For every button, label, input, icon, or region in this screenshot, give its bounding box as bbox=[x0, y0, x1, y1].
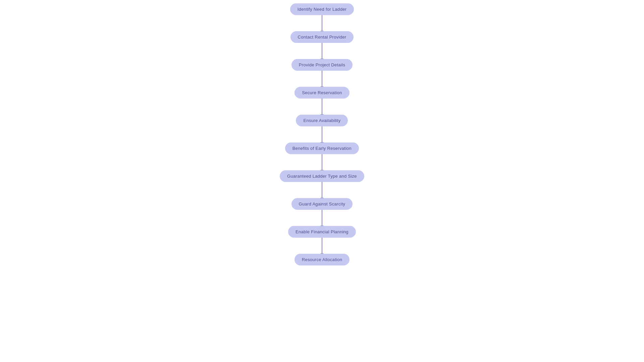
node-provide-project: Provide Project Details bbox=[291, 59, 353, 71]
connector-2 bbox=[322, 43, 322, 59]
connector-4 bbox=[322, 99, 322, 115]
node-benefits-early: Benefits of Early Reservation bbox=[285, 142, 359, 154]
connector-7 bbox=[322, 182, 322, 198]
diagram-container: Identify Need for Ladder Contact Rental … bbox=[0, 0, 644, 362]
node-ensure-availability: Ensure Availability bbox=[296, 115, 348, 126]
connector-3 bbox=[322, 71, 322, 87]
node-enable-financial: Enable Financial Planning bbox=[288, 226, 356, 238]
node-resource-allocation: Resource Allocation bbox=[294, 254, 350, 265]
flow-wrapper: Identify Need for Ladder Contact Rental … bbox=[280, 3, 364, 265]
connector-5 bbox=[322, 126, 322, 142]
node-guaranteed-ladder: Guaranteed Ladder Type and Size bbox=[280, 170, 364, 182]
connector-8 bbox=[322, 210, 322, 226]
node-secure-reservation: Secure Reservation bbox=[294, 87, 350, 99]
node-guard-scarcity: Guard Against Scarcity bbox=[291, 198, 353, 210]
connector-6 bbox=[322, 154, 322, 170]
connector-1 bbox=[322, 15, 322, 31]
node-contact-rental: Contact Rental Provider bbox=[290, 31, 354, 43]
node-identify-need: Identify Need for Ladder bbox=[290, 3, 354, 15]
connector-9 bbox=[322, 238, 322, 254]
